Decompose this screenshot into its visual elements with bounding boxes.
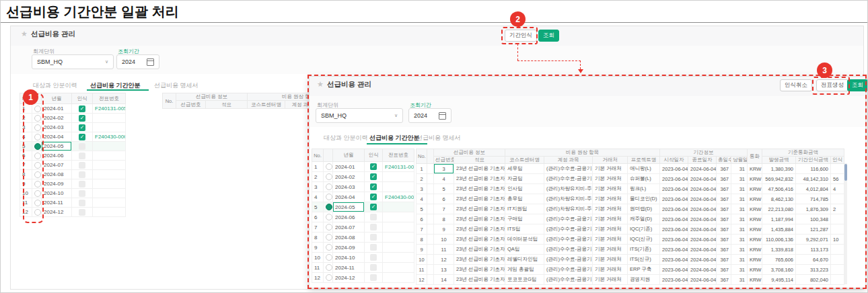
cell-prepaid-no[interactable]: 11	[434, 245, 454, 255]
cell-recognized-amount[interactable]: 9,292,071	[796, 235, 831, 245]
cell-prepaid-no[interactable]: 3	[434, 164, 454, 174]
month-row[interactable]: 62024-06	[20, 151, 126, 161]
cell-clipped-amount[interactable]	[831, 275, 844, 285]
slip-cell[interactable]	[93, 189, 126, 198]
radio-icon[interactable]	[34, 162, 41, 169]
cell-end-date[interactable]: 2024-06-04	[688, 224, 717, 235]
cell-description[interactable]: 23년 선급비용 기초자료 ---	[454, 164, 505, 174]
slip-cell[interactable]	[383, 172, 414, 182]
cell-row-select[interactable]	[427, 184, 434, 194]
slip-cell[interactable]: F240131-0057	[93, 104, 126, 114]
month-row[interactable]: 62024-06	[312, 212, 414, 222]
month-cell[interactable]: 2024-11	[42, 198, 72, 208]
cell-recognized-amount[interactable]: 802,040	[796, 275, 831, 285]
cell-total-days[interactable]: 367	[717, 214, 731, 224]
recognize-checkbox[interactable]	[79, 171, 85, 178]
cell-total-days[interactable]: 367	[717, 255, 731, 265]
month-row[interactable]: 122024-12	[20, 208, 126, 217]
month-cell[interactable]: 2024-12	[42, 208, 72, 217]
cell-month-days[interactable]: 31	[731, 164, 748, 174]
cell-account[interactable]: (관리)차량유지비-주차비	[544, 204, 593, 214]
slip-cell[interactable]	[93, 161, 126, 170]
month-row[interactable]: 112024-11	[20, 198, 126, 208]
cell-recognized-amount[interactable]: 64,670	[796, 255, 831, 265]
cell-account[interactable]: (관리)수수료-금융기관	[544, 275, 593, 285]
cell-row-select[interactable]	[427, 245, 434, 255]
cell-prepaid-no[interactable]: 12	[434, 255, 454, 265]
cell-row-number[interactable]: 12	[417, 275, 427, 285]
month-cell[interactable]: 2024-06	[333, 212, 365, 222]
cell-account[interactable]: (관리)수수료-금융기관	[544, 214, 593, 224]
cell-row-number[interactable]: 6	[417, 214, 427, 224]
cell-row-number[interactable]: 4	[417, 194, 427, 204]
recognize-checkbox[interactable]: ✓	[79, 106, 85, 112]
cell-description[interactable]: 23년 선급비용 기초자료 ---	[454, 224, 505, 235]
month-cell[interactable]: 2024-10	[42, 189, 72, 198]
radio-icon[interactable]	[34, 134, 41, 140]
cell-row-number[interactable]: 9	[417, 245, 427, 255]
row-select-cell[interactable]	[324, 222, 333, 233]
slip-cell[interactable]	[383, 212, 414, 222]
cell-end-date[interactable]: 2024-06-04	[688, 184, 717, 194]
detail-row[interactable]: 111323년 선급비용 기초자료 ---게임 총괄팀(관리)수수료-금융기관기…	[417, 265, 844, 275]
month-cell[interactable]: 2024-01	[42, 104, 72, 114]
month-cell[interactable]: 2024-02	[42, 114, 72, 123]
cell-account[interactable]: (관리)수수료-금융기관	[544, 235, 593, 245]
recognize-cell[interactable]: ✓	[72, 104, 93, 114]
month-cell[interactable]: 2024-06	[42, 151, 72, 161]
month-row[interactable]: 32024-03✓	[312, 182, 414, 192]
cell-clipped-amount[interactable]: 56	[831, 174, 844, 184]
cell-currency[interactable]: KRW	[748, 224, 762, 235]
cell-start-date[interactable]: 2023-06-04	[660, 235, 688, 245]
cell-row-select[interactable]	[427, 164, 434, 174]
cell-account[interactable]: (관리)수수료-금융기관	[544, 265, 593, 275]
month-row[interactable]: 72024-07	[312, 222, 414, 233]
cell-prepaid-no[interactable]: 13	[434, 265, 454, 275]
cell-clipped-amount[interactable]: 4	[831, 184, 844, 194]
row-select-cell[interactable]	[324, 172, 333, 182]
cell-vendor[interactable]: 기본 거래처	[593, 235, 628, 245]
cell-currency[interactable]: KRW	[748, 245, 762, 255]
cell-currency[interactable]: KRW	[748, 184, 762, 194]
cell-recognized-amount[interactable]: 116,600	[796, 164, 831, 174]
row-select-cell[interactable]	[324, 273, 333, 283]
radio-icon[interactable]	[326, 214, 332, 220]
cell-row-number[interactable]: 2	[417, 174, 427, 184]
radio-icon[interactable]	[34, 181, 41, 187]
cell-recognized-amount[interactable]: 121,287	[796, 224, 831, 235]
recognize-cell[interactable]: ✓	[365, 182, 383, 192]
month-cell[interactable]: 2024-04	[333, 192, 365, 202]
cell-month-days[interactable]: 31	[731, 265, 748, 275]
cell-vendor[interactable]: 기본 거래처	[593, 174, 628, 184]
radio-icon[interactable]	[34, 124, 41, 131]
month-cell[interactable]: 2024-12	[333, 273, 365, 283]
cell-amount[interactable]: 765,606	[762, 255, 796, 265]
month-row[interactable]: 22024-02✓	[312, 172, 414, 182]
cell-amount[interactable]: 1,380,390	[762, 164, 796, 174]
month-cell[interactable]: 2024-09	[333, 243, 365, 253]
cell-vendor[interactable]: 기본 거래처	[593, 255, 628, 265]
cell-start-date[interactable]: 2023-06-04	[660, 174, 688, 184]
cell-cost-center[interactable]: 데이터분석팀	[505, 235, 544, 245]
radio-icon[interactable]	[34, 115, 41, 122]
cell-description[interactable]: 23년 선급비용 기초자료 ---	[454, 204, 505, 214]
cell-vendor[interactable]: 기본 거래처	[593, 164, 628, 174]
month-row[interactable]: 102024-10	[20, 189, 126, 198]
row-select-cell[interactable]	[32, 189, 42, 198]
period-recognize-button[interactable]: 기간인식	[505, 30, 537, 42]
slip-link[interactable]: F240430-0002	[385, 194, 414, 200]
recognize-cell[interactable]	[72, 151, 93, 161]
recognize-cell[interactable]: ✓	[365, 172, 383, 182]
cell-prepaid-no[interactable]: 6	[434, 194, 454, 204]
cell-amount[interactable]: 8,462,130	[762, 194, 796, 204]
favorite-star-icon[interactable]: ★	[317, 81, 324, 88]
month-row[interactable]: 42024-04✓F240430-0002	[312, 192, 414, 202]
cell-row-select[interactable]	[427, 275, 434, 285]
cell-total-days[interactable]: 367	[717, 235, 731, 245]
cell-start-date[interactable]: 2023-06-04	[660, 255, 688, 265]
cell-start-date[interactable]: 2023-06-04	[660, 224, 688, 235]
row-select-cell[interactable]	[32, 208, 42, 217]
cell-description[interactable]: 23년 선급비용 기초자료 ---	[454, 235, 505, 245]
cell-project[interactable]: ERP 구축	[628, 265, 660, 275]
month-row[interactable]: 92024-09	[20, 179, 126, 189]
